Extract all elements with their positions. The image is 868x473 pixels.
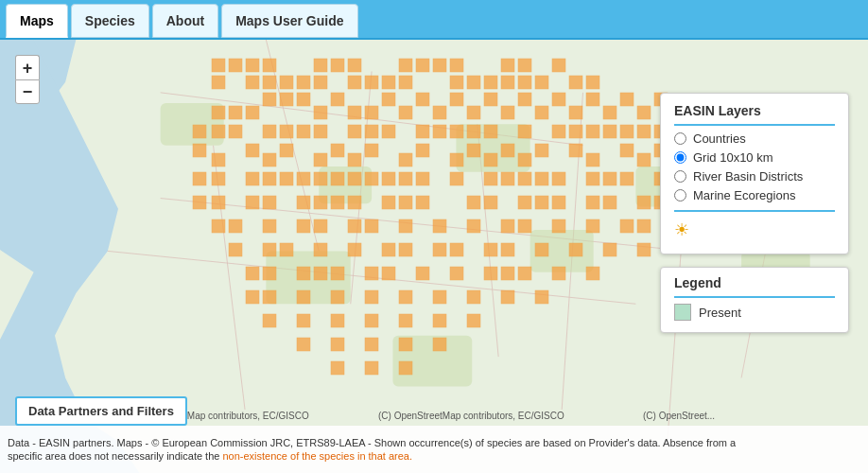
svg-rect-59 [348, 106, 361, 119]
svg-rect-137 [399, 172, 412, 185]
svg-rect-106 [263, 153, 276, 166]
tab-maps[interactable]: Maps [6, 4, 68, 38]
svg-rect-190 [280, 243, 293, 256]
svg-rect-207 [331, 267, 344, 280]
sun-icon: ☀ [674, 219, 689, 240]
svg-rect-34 [382, 76, 395, 89]
attribution-line2-highlight: non-existence of the species in that are… [222, 450, 412, 462]
svg-rect-111 [365, 144, 378, 157]
svg-rect-195 [433, 243, 446, 256]
svg-rect-208 [365, 267, 378, 280]
svg-rect-80 [229, 125, 242, 138]
svg-rect-161 [467, 196, 480, 209]
svg-rect-205 [297, 267, 310, 280]
svg-rect-38 [450, 59, 463, 72]
zoom-controls: + − [15, 55, 40, 104]
svg-rect-73 [586, 93, 599, 106]
svg-rect-192 [348, 243, 361, 256]
svg-rect-92 [484, 125, 497, 138]
svg-rect-135 [365, 172, 378, 185]
svg-rect-22 [263, 59, 276, 72]
svg-rect-221 [365, 290, 378, 304]
svg-rect-129 [263, 172, 276, 185]
layer-label-grid: Grid 10x10 km [693, 150, 773, 165]
tab-maps-user-guide[interactable]: Maps User Guide [221, 4, 357, 38]
svg-rect-84 [314, 125, 327, 138]
svg-rect-157 [348, 196, 361, 209]
layer-radio-grid[interactable] [674, 151, 686, 164]
layer-option-marine[interactable]: Marine Ecoregions [674, 188, 835, 202]
layer-radio-marine[interactable] [674, 189, 686, 201]
svg-rect-191 [314, 243, 327, 256]
svg-rect-48 [552, 59, 565, 72]
svg-rect-188 [229, 243, 242, 256]
svg-rect-164 [535, 196, 548, 209]
svg-rect-75 [620, 93, 634, 106]
svg-rect-104 [212, 153, 225, 166]
svg-rect-57 [314, 106, 327, 119]
map-credit-openstreetmap-3: (C) OpenStreet... [643, 411, 715, 421]
svg-rect-28 [314, 59, 327, 72]
svg-rect-33 [365, 76, 378, 89]
zoom-out-button[interactable]: − [15, 79, 40, 104]
svg-rect-179 [433, 219, 446, 233]
svg-rect-123 [637, 153, 651, 166]
svg-rect-27 [297, 76, 310, 89]
data-partners-button[interactable]: Data Partners and Filters [15, 396, 187, 426]
map-credit-openstreetmap-2: (C) OpenStreetMap contributors, EC/GISCO [378, 411, 564, 421]
svg-rect-206 [314, 267, 327, 280]
layer-option-countries[interactable]: Countries [674, 131, 835, 146]
svg-rect-237 [399, 338, 412, 351]
svg-rect-168 [637, 196, 651, 209]
svg-rect-227 [263, 314, 276, 327]
svg-rect-65 [450, 93, 463, 106]
svg-rect-50 [586, 76, 599, 89]
svg-rect-98 [620, 125, 634, 138]
brightness-row: ☀ [674, 210, 835, 240]
svg-rect-193 [382, 243, 395, 256]
svg-rect-203 [246, 267, 259, 280]
svg-rect-78 [193, 125, 206, 138]
layer-option-river[interactable]: River Basin Districts [674, 169, 835, 184]
svg-rect-172 [229, 219, 242, 233]
svg-rect-31 [314, 76, 327, 89]
svg-rect-144 [552, 172, 565, 185]
svg-rect-159 [399, 196, 412, 209]
svg-rect-185 [620, 219, 634, 233]
svg-rect-68 [501, 106, 514, 119]
svg-rect-181 [501, 219, 514, 233]
svg-rect-60 [365, 106, 378, 119]
legend-label-present: Present [699, 306, 741, 320]
zoom-in-button[interactable]: + [15, 55, 40, 79]
svg-rect-173 [263, 219, 276, 233]
svg-rect-113 [416, 144, 429, 157]
layer-radio-countries[interactable] [674, 132, 686, 145]
svg-rect-53 [246, 106, 259, 119]
svg-rect-210 [416, 267, 429, 280]
svg-rect-21 [246, 59, 259, 72]
svg-rect-228 [297, 314, 310, 327]
map-container[interactable]: + − EASIN Layers Countries Grid 10x10 km… [0, 40, 868, 473]
svg-rect-184 [586, 219, 599, 233]
svg-rect-96 [586, 125, 599, 138]
svg-rect-110 [348, 153, 361, 166]
tab-species[interactable]: Species [71, 4, 149, 38]
attribution-line2: specific area does not necessarily indic… [8, 450, 860, 462]
svg-rect-52 [229, 106, 242, 119]
svg-rect-49 [569, 76, 582, 89]
svg-rect-66 [467, 106, 480, 119]
layer-option-grid[interactable]: Grid 10x10 km [674, 150, 835, 165]
svg-rect-131 [297, 172, 310, 185]
svg-rect-215 [552, 267, 565, 280]
layers-panel: EASIN Layers Countries Grid 10x10 km Riv… [660, 93, 849, 254]
svg-rect-143 [535, 172, 548, 185]
svg-rect-186 [637, 219, 651, 233]
svg-rect-56 [297, 93, 310, 106]
svg-rect-115 [467, 144, 480, 157]
attribution-line2-start: specific area does not necessarily indic… [8, 450, 222, 462]
svg-rect-156 [331, 196, 344, 209]
svg-rect-46 [518, 76, 531, 89]
tab-about[interactable]: About [152, 4, 218, 38]
svg-rect-58 [331, 93, 344, 106]
layer-radio-river[interactable] [674, 170, 686, 183]
